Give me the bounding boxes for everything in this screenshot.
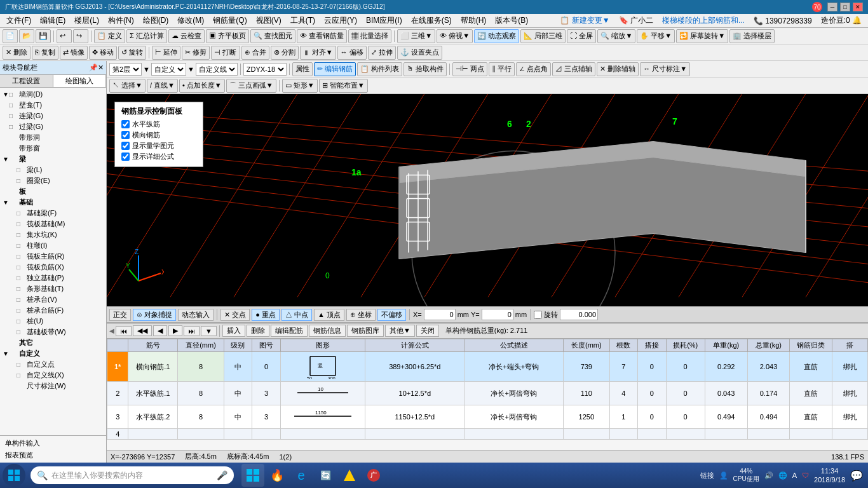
mirror-btn[interactable]: ⇄ 镜像 xyxy=(60,46,88,60)
tray-notification[interactable]: 💬 xyxy=(850,470,863,482)
checkbox-horizontal-long[interactable] xyxy=(121,120,130,128)
heavy-btn[interactable]: ● 重点 xyxy=(252,309,280,321)
tree-item-pile-cap[interactable]: □桩承台(V) xyxy=(1,294,105,305)
select-tool-btn[interactable]: ↖ 选择▼ xyxy=(109,79,146,93)
menu-bim[interactable]: BIM应用(I) xyxy=(362,14,406,27)
redo-btn[interactable]: ↪ xyxy=(73,29,88,43)
local-3d-btn[interactable]: 📐 局部三维 xyxy=(520,29,566,43)
align-btn[interactable]: ⫼ 对齐▼ xyxy=(300,46,336,60)
view-btn[interactable]: 👁 俯视▼ xyxy=(437,29,473,43)
menu-floor[interactable]: 楼层(L) xyxy=(71,14,103,27)
copy-btn[interactable]: ⎘ 复制 xyxy=(32,46,58,60)
merge-btn[interactable]: ⊕ 合并 xyxy=(241,46,269,60)
tree-item-dim-mark[interactable]: 尺寸标注(W) xyxy=(1,381,105,391)
search-bar[interactable]: 🔍 在这里输入你要搜索的内容 🎤 xyxy=(31,466,234,484)
taskbar-app-2[interactable]: 🔥 xyxy=(266,464,288,487)
tree-group-slab[interactable]: 板 xyxy=(1,186,105,197)
clock[interactable]: 11:34 2018/9/18 xyxy=(814,466,845,485)
start-button[interactable] xyxy=(3,464,25,487)
tree-item-raft-main-rebar[interactable]: □筏板主筋(R) xyxy=(1,251,105,262)
tree-item-foundation-beam[interactable]: □基础梁(F) xyxy=(1,208,105,219)
menu-new-change[interactable]: 📋 新建变更▼ xyxy=(556,14,613,27)
insert-btn[interactable]: 插入 xyxy=(222,325,245,337)
move-btn[interactable]: ✥ 移动 xyxy=(89,46,117,60)
line-tool-btn[interactable]: / 直线▼ xyxy=(147,79,178,93)
save-btn[interactable]: 💾 xyxy=(36,29,51,43)
rebar-option-show-formula[interactable]: 显示详细公式 xyxy=(121,152,196,161)
rebar-option-show-qty[interactable]: 显示量学图元 xyxy=(121,141,196,151)
tree-item-pile[interactable]: □桩(U) xyxy=(1,316,105,327)
corner-btn[interactable]: ∠ 点点角 xyxy=(516,62,551,76)
coord-btn[interactable]: ⊕ 坐标 xyxy=(346,309,376,321)
vertex-btn[interactable]: ▲ 顶点 xyxy=(314,309,344,321)
restore-button[interactable]: □ xyxy=(840,3,850,11)
new-btn[interactable]: 📄 xyxy=(3,29,18,43)
nav-down-btn[interactable]: ▼ xyxy=(201,326,217,336)
edit-rebar-btn[interactable]: ✏ 编辑钢筋 xyxy=(314,62,356,76)
level-plate-btn[interactable]: ▣ 齐平板页 xyxy=(206,29,249,43)
normal-btn[interactable]: 正交 xyxy=(109,309,131,321)
tree-group-foundation[interactable]: ▼ 基础 xyxy=(1,197,105,208)
cloud-check-btn[interactable]: ☁ 云检查 xyxy=(168,29,205,43)
three-axis-btn[interactable]: ⊿ 三点辅轴 xyxy=(552,62,595,76)
rebar-option-transverse[interactable]: 横向钢筋 xyxy=(121,130,196,140)
table-row[interactable]: 2 水平纵筋.1 8 中 3 10 xyxy=(107,382,868,405)
stretch-btn[interactable]: ⤢ 拉伸 xyxy=(368,46,396,60)
open-btn[interactable]: 📂 xyxy=(19,29,34,43)
tab-draw-input[interactable]: 绘图输入 xyxy=(53,75,107,87)
offset-btn[interactable]: ↔ 偏移 xyxy=(337,46,367,60)
batch-select-btn[interactable]: ▦ 批量选择 xyxy=(348,29,391,43)
taskbar-app-1[interactable] xyxy=(241,464,264,487)
dynamic-input-btn[interactable]: 动态输入 xyxy=(178,309,214,321)
find-element-btn[interactable]: 🔍 查找图元 xyxy=(250,29,295,43)
nav-prev-prev-btn[interactable]: ◀◀ xyxy=(133,325,152,336)
tree-item-niche[interactable]: □壁龛(T) xyxy=(1,100,105,111)
pick-part-btn[interactable]: 🖱 拾取构件 xyxy=(403,62,447,76)
no-offset-btn[interactable]: 不偏移 xyxy=(377,309,406,321)
rebar-delete-btn[interactable]: 删除 xyxy=(247,325,269,337)
taskbar-app-3[interactable]: e xyxy=(290,464,313,487)
tray-network-icon[interactable]: 🌐 xyxy=(778,471,787,480)
mic-icon[interactable]: 🎤 xyxy=(217,470,227,480)
tab-project-settings[interactable]: 工程设置 xyxy=(0,75,53,87)
custom-select[interactable]: 自定义 xyxy=(151,63,186,76)
menu-stair-rebar[interactable]: 楼梯楼段的上部钢筋和... xyxy=(658,14,749,27)
custom-line-select[interactable]: 自定义线 xyxy=(196,63,238,76)
extend-btn[interactable]: ⊢ 延伸 xyxy=(152,46,180,60)
nav-prev-btn[interactable]: ◀ xyxy=(153,325,167,336)
tree-item-raft[interactable]: □筏板基础(M) xyxy=(1,219,105,229)
table-row[interactable]: 1* 横向钢筋.1 8 中 0 xyxy=(107,352,868,382)
tray-person-icon[interactable]: 👤 xyxy=(719,471,728,480)
zoom-btn[interactable]: 🔍 缩放▼ xyxy=(597,29,635,43)
parts-list-btn[interactable]: 📋 构件列表 xyxy=(357,62,402,76)
menu-help[interactable]: 帮助(H) xyxy=(457,14,491,27)
tree-item-foundation-band[interactable]: □基础板带(W) xyxy=(1,327,105,337)
table-row[interactable]: 4 xyxy=(107,429,868,440)
properties-btn[interactable]: 属性 xyxy=(292,62,313,76)
tree-item-beam[interactable]: □梁(L) xyxy=(1,165,105,175)
select-floor-btn[interactable]: 🏢 选择楼层 xyxy=(729,29,775,43)
nav-next-btn[interactable]: ▶ xyxy=(168,325,182,336)
report-preview-btn[interactable]: 报表预览 xyxy=(3,449,104,461)
tree-item-custom-point[interactable]: □自定义点 xyxy=(1,359,105,370)
rebar-library-btn[interactable]: 钢筋图库 xyxy=(347,325,384,337)
break-btn[interactable]: ⊣ 打断 xyxy=(211,46,240,60)
menu-modify[interactable]: 修改(M) xyxy=(173,14,208,27)
nav-last-btn[interactable]: ⏭ xyxy=(184,326,200,336)
tree-group-custom[interactable]: ▼ 自定义 xyxy=(1,348,105,359)
tree-item-lintel[interactable]: □过梁(G) xyxy=(1,121,105,132)
rotate-btn[interactable]: ↺ 旋转 xyxy=(118,46,146,60)
fullscreen-btn[interactable]: ⛶ 全屏 xyxy=(567,29,596,43)
3d-btn[interactable]: ⬜ 三维▼ xyxy=(397,29,435,43)
x-input[interactable] xyxy=(424,309,456,320)
checkbox-show-formula[interactable] xyxy=(121,152,130,161)
menu-version[interactable]: 版本号(B) xyxy=(491,14,532,27)
tree-item-raft-neg-rebar[interactable]: □筏板负筋(X) xyxy=(1,262,105,273)
tray-link[interactable]: 链接 xyxy=(700,471,714,480)
checkbox-transverse[interactable] xyxy=(121,131,130,139)
tree-group-beam[interactable]: ▼ 梁 xyxy=(1,154,105,165)
nav-first-btn[interactable]: ⏮ xyxy=(116,326,132,336)
pan-btn[interactable]: ✋ 平移▼ xyxy=(637,29,675,43)
other-btn[interactable]: 其他▼ xyxy=(385,325,415,337)
menu-edit[interactable]: 编辑(E) xyxy=(36,14,69,27)
